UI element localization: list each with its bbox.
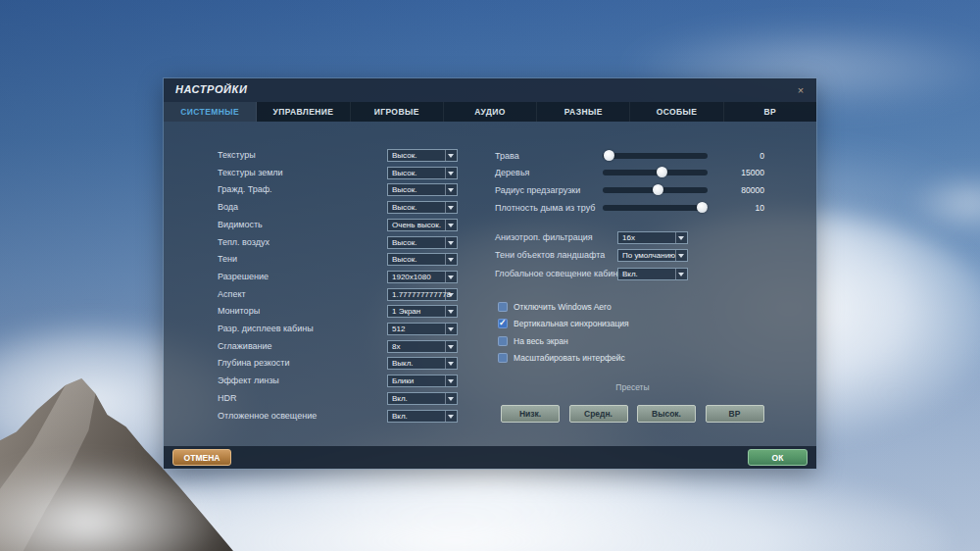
setting-row: Видимость Очень высок.	[218, 219, 766, 231]
setting-row: HDR Вкл.	[218, 392, 766, 405]
checkbox-box[interactable]: ✓	[498, 336, 508, 346]
setting-label: Текстуры земли	[218, 167, 283, 179]
preload-radius-slider[interactable]	[603, 187, 708, 193]
dropdown-value: 1 Экран	[392, 306, 446, 317]
dropdown-value: Высок.	[392, 150, 446, 161]
dropdown-value: 512	[392, 324, 446, 334]
resolution-dropdown[interactable]: 1920x1080	[387, 271, 458, 283]
trees-slider[interactable]	[603, 170, 708, 175]
chevron-down-icon	[445, 376, 457, 386]
lens-effect-dropdown[interactable]: Блики	[387, 375, 458, 387]
tab-vr[interactable]: ВР	[724, 102, 816, 122]
cabin-global-illumination-dropdown[interactable]: Вкл.	[617, 268, 688, 280]
preset-low-button[interactable]: Низк.	[501, 405, 560, 423]
tab-misc[interactable]: РАЗНЫЕ	[537, 102, 630, 122]
setting-label: Видимость	[218, 219, 263, 231]
checkbox-box[interactable]: ✓	[498, 302, 508, 312]
monitors-dropdown[interactable]: 1 Экран	[387, 305, 458, 318]
setting-label: Разр. дисплеев кабины	[218, 323, 314, 335]
chevron-down-icon	[445, 306, 457, 317]
dialog-title: НАСТРОЙКИ	[175, 83, 247, 95]
setting-label: Тепл. воздух	[218, 236, 270, 249]
slider-thumb[interactable]	[697, 202, 708, 213]
setting-label: HDR	[218, 392, 237, 405]
checkbox-box[interactable]: ✓	[498, 319, 508, 328]
disable-aero-checkbox[interactable]: ✓ Отключить Windows Aero	[498, 302, 792, 313]
check-icon: ✓	[499, 318, 507, 327]
slider-row: Деревья 15000	[495, 166, 769, 179]
antialiasing-dropdown[interactable]: 8x	[387, 340, 458, 353]
smoke-density-slider[interactable]	[603, 205, 708, 211]
dropdown-value: Вкл.	[622, 269, 676, 279]
tab-controls[interactable]: УПРАВЛЕНИЕ	[257, 102, 350, 122]
fullscreen-checkbox[interactable]: ✓ На весь экран	[498, 336, 792, 347]
preset-high-button[interactable]: Высок.	[637, 405, 696, 423]
chevron-down-icon	[445, 168, 457, 178]
ground-textures-dropdown[interactable]: Высок.	[387, 167, 458, 179]
tab-special[interactable]: ОСОБЫЕ	[630, 102, 723, 122]
setting-label: Глубина резкости	[218, 357, 290, 370]
visibility-dropdown[interactable]: Очень высок.	[387, 219, 458, 231]
tab-game[interactable]: ИГРОВЫЕ	[351, 102, 444, 122]
preset-medium-button[interactable]: Средн.	[569, 405, 628, 423]
chevron-down-icon	[445, 237, 457, 248]
chevron-down-icon	[445, 411, 457, 422]
chevron-down-icon	[445, 150, 457, 161]
aspect-dropdown[interactable]: 1.777777777778	[387, 288, 458, 301]
anisotropic-filtering-dropdown[interactable]: 16x	[617, 231, 688, 244]
civil-traffic-dropdown[interactable]: Высок.	[387, 183, 458, 196]
dropdown-value: Вкл.	[392, 411, 446, 422]
chevron-down-icon	[445, 202, 457, 213]
water-dropdown[interactable]: Высок.	[387, 201, 458, 214]
slider-row: Плотность дыма из труб 10	[495, 201, 769, 215]
ok-button[interactable]: ОК	[748, 449, 808, 466]
slider-thumb[interactable]	[604, 150, 614, 161]
cancel-button[interactable]: ОТМЕНА	[172, 449, 231, 466]
setting-row: Тени объектов ландшафта По умолчанию	[495, 249, 980, 262]
thermal-air-dropdown[interactable]: Высок.	[387, 236, 458, 249]
dropdown-value: Высок.	[392, 237, 446, 248]
tab-audio[interactable]: АУДИО	[444, 102, 537, 122]
dropdown-value: Высок.	[392, 202, 446, 213]
checkbox-box[interactable]: ✓	[498, 353, 508, 363]
hdr-dropdown[interactable]: Вкл.	[387, 392, 458, 405]
dropdown-value: Очень высок.	[392, 220, 446, 230]
slider-thumb[interactable]	[657, 167, 667, 177]
shadows-dropdown[interactable]: Высок.	[387, 253, 458, 266]
setting-row: Глобальное освещение кабины Вкл.	[495, 268, 980, 280]
setting-label: Анизотроп. фильтрация	[495, 231, 593, 244]
slider-label: Плотность дыма из труб	[495, 201, 595, 215]
checkbox-label: Масштабировать интерфейс	[514, 353, 625, 364]
textures-dropdown[interactable]: Высок.	[387, 149, 458, 162]
chevron-down-icon	[445, 272, 457, 282]
setting-row: Анизотроп. фильтрация 16x	[495, 231, 980, 244]
grass-slider[interactable]	[603, 153, 708, 159]
slider-value: 15000	[715, 166, 764, 179]
setting-label: Тени	[218, 253, 237, 266]
chevron-down-icon	[445, 289, 457, 300]
deferred-lighting-dropdown[interactable]: Вкл.	[387, 410, 458, 423]
checkbox-label: На весь экран	[514, 336, 568, 347]
chevron-down-icon	[445, 184, 457, 195]
checkbox-label: Отключить Windows Aero	[514, 302, 612, 313]
landscape-shadows-dropdown[interactable]: По умолчанию	[617, 249, 688, 262]
scale-ui-checkbox[interactable]: ✓ Масштабировать интерфейс	[498, 353, 792, 364]
close-icon[interactable]: ×	[794, 83, 808, 97]
dropdown-value: Высок.	[392, 168, 446, 178]
dropdown-value: Блики	[392, 376, 446, 386]
setting-label: Сглаживание	[218, 340, 272, 353]
setting-label: Аспект	[218, 288, 246, 301]
dropdown-value: По умолчанию	[622, 250, 676, 261]
cabin-display-res-dropdown[interactable]: 512	[387, 323, 458, 335]
slider-thumb[interactable]	[653, 184, 663, 195]
settings-body: Текстуры Высок. Текстуры земли Высок. Гр…	[164, 122, 816, 446]
slider-value: 10	[715, 201, 764, 215]
dropdown-value: Вкл.	[392, 393, 446, 404]
settings-dialog: НАСТРОЙКИ × СИСТЕМНЫЕ УПРАВЛЕНИЕ ИГРОВЫЕ…	[164, 78, 816, 469]
depth-of-field-dropdown[interactable]: Выкл.	[387, 357, 458, 370]
tab-system[interactable]: СИСТЕМНЫЕ	[164, 102, 257, 122]
preset-vr-button[interactable]: ВР	[706, 405, 764, 423]
footer-bar: ОТМЕНА ОК	[164, 446, 816, 469]
vsync-checkbox[interactable]: ✓ Вертикальная синхронизация	[498, 319, 792, 329]
dropdown-value: 16x	[622, 232, 676, 243]
